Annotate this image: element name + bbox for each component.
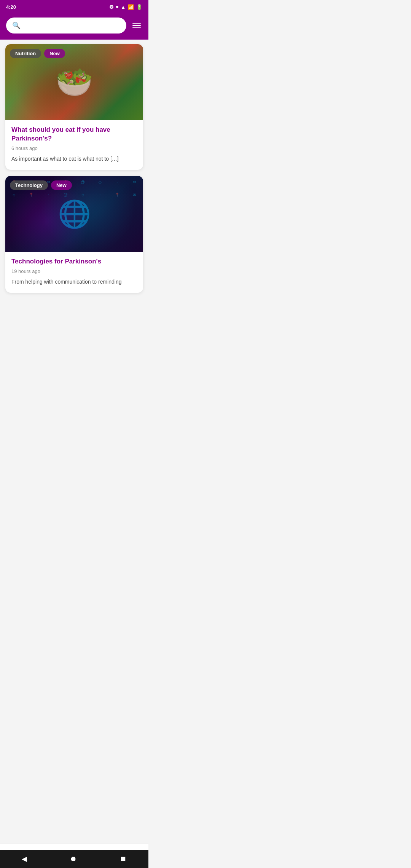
- tech-node: ·: [40, 188, 57, 201]
- article-2-image: 📍 @ ✉ 📍 @ ◇ · ✉ ◇ 📍 · @ ◇ · 📍 ✉: [5, 176, 143, 252]
- tech-node: 📍: [22, 188, 40, 201]
- menu-button[interactable]: [131, 21, 142, 30]
- search-icon: 🔍: [12, 21, 21, 30]
- article-1-time: 6 hours ago: [11, 145, 137, 151]
- content-area: Nutrition New What should you eat if you…: [0, 40, 148, 323]
- wifi-icon: ▲: [121, 4, 126, 10]
- status-dot: [116, 6, 118, 8]
- tech-node: @: [74, 176, 91, 188]
- article-1-image: Nutrition New: [5, 44, 143, 120]
- search-input[interactable]: [24, 22, 120, 29]
- status-bar-left: 4:20: [6, 4, 16, 10]
- article-1-excerpt: As important as what to eat is what not …: [11, 155, 137, 163]
- article-1-title[interactable]: What should you eat if you have Parkinso…: [11, 126, 137, 143]
- tech-node: ◇: [5, 188, 22, 201]
- article-2-category-tag: Technology: [10, 180, 48, 190]
- article-2-time: 19 hours ago: [11, 268, 137, 274]
- search-bar[interactable]: 🔍: [6, 18, 126, 34]
- tech-node: ✉: [126, 188, 143, 201]
- article-card-2[interactable]: 📍 @ ✉ 📍 @ ◇ · ✉ ◇ 📍 · @ ◇ · 📍 ✉: [5, 176, 143, 293]
- status-bar: 4:20 ⚙ ▲ 📶 🔋: [0, 0, 148, 14]
- article-1-body: What should you eat if you have Parkinso…: [5, 120, 143, 170]
- article-1-new-tag: New: [44, 49, 65, 58]
- article-2-title[interactable]: Technologies for Parkinson's: [11, 257, 137, 266]
- menu-line-1: [132, 23, 141, 24]
- menu-line-2: [132, 25, 141, 26]
- article-2-excerpt: From helping with communication to remin…: [11, 278, 137, 286]
- header: 🔍: [0, 14, 148, 40]
- tech-node: ✉: [126, 176, 143, 188]
- tech-node: ·: [109, 176, 126, 188]
- menu-line-3: [132, 27, 141, 28]
- article-2-body: Technologies for Parkinson's 19 hours ag…: [5, 252, 143, 293]
- tech-node: ◇: [91, 176, 108, 188]
- signal-icon: 📶: [128, 4, 134, 10]
- article-1-category-tag: Nutrition: [10, 49, 41, 58]
- settings-icon: ⚙: [109, 4, 114, 10]
- tech-node: ·: [91, 188, 108, 201]
- article-1-tags: Nutrition New: [10, 49, 65, 58]
- status-bar-right: ⚙ ▲ 📶 🔋: [109, 4, 142, 10]
- article-2-new-tag: New: [51, 180, 72, 190]
- article-2-tags: Technology New: [10, 180, 72, 190]
- tech-node: 📍: [109, 188, 126, 201]
- status-time: 4:20: [6, 4, 16, 10]
- article-card-1[interactable]: Nutrition New What should you eat if you…: [5, 44, 143, 170]
- tech-emoji: 🌐: [58, 198, 91, 230]
- battery-icon: 🔋: [136, 4, 142, 10]
